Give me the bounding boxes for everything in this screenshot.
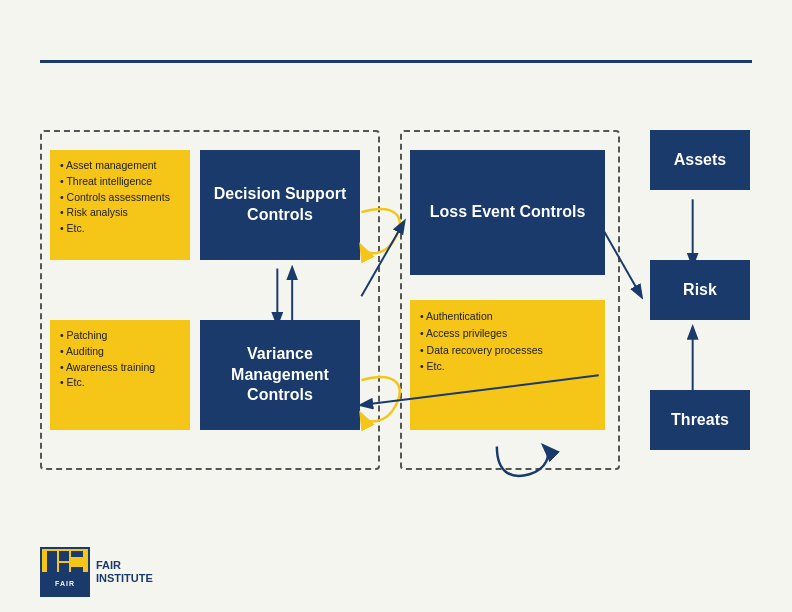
- fair-logo: FAIR FAIR INSTITUTE: [40, 547, 153, 597]
- decision-support-label: Decision Support Controls: [200, 184, 360, 226]
- bullet-top-item-5: • Etc.: [60, 221, 180, 237]
- institute-label: INSTITUTE: [96, 572, 153, 585]
- bullet-top-box: • Asset management • Threat intelligence…: [50, 150, 190, 260]
- bullet-bottom-item-2: • Auditing: [60, 344, 180, 360]
- diagram-area: • Asset management • Threat intelligence…: [40, 100, 752, 532]
- bullet-top-item-2: • Threat intelligence: [60, 174, 180, 190]
- fair-text: FAIR: [55, 580, 75, 587]
- decision-support-box: Decision Support Controls: [200, 150, 360, 260]
- variance-management-label: Variance Management Controls: [200, 344, 360, 406]
- fair-logo-inner: [42, 549, 88, 574]
- svg-rect-9: [59, 551, 69, 561]
- bullet-top-item-1: • Asset management: [60, 158, 180, 174]
- loss-event-blue-box: Loss Event Controls: [410, 150, 605, 275]
- threats-box: Threats: [650, 390, 750, 450]
- loss-bullet-1: • Authentication: [420, 308, 595, 325]
- main-container: • Asset management • Threat intelligence…: [0, 0, 792, 612]
- fair-logo-box: FAIR: [40, 547, 90, 597]
- svg-rect-8: [47, 551, 57, 573]
- risk-label: Risk: [683, 281, 717, 299]
- assets-label: Assets: [674, 151, 726, 169]
- assets-box: Assets: [650, 130, 750, 190]
- loss-bullet-3: • Data recovery processes: [420, 342, 595, 359]
- bullet-bottom-item-1: • Patching: [60, 328, 180, 344]
- bullet-top-item-4: • Risk analysis: [60, 205, 180, 221]
- variance-management-box: Variance Management Controls: [200, 320, 360, 430]
- top-bar: [40, 60, 752, 63]
- fair-label: FAIR: [96, 559, 153, 572]
- bullet-bottom-item-4: • Etc.: [60, 375, 180, 391]
- loss-bullet-2: • Access privileges: [420, 325, 595, 342]
- loss-event-label: Loss Event Controls: [430, 202, 586, 223]
- loss-bullet-4: • Etc.: [420, 358, 595, 375]
- threats-label: Threats: [671, 411, 729, 429]
- svg-rect-11: [71, 551, 83, 557]
- fair-logo-bottom: FAIR: [42, 572, 88, 595]
- bullet-bottom-box: • Patching • Auditing • Awareness traini…: [50, 320, 190, 430]
- bullet-top-item-3: • Controls assessments: [60, 190, 180, 206]
- loss-event-bullet-box: • Authentication • Access privileges • D…: [410, 300, 605, 430]
- bullet-bottom-item-3: • Awareness training: [60, 360, 180, 376]
- risk-box: Risk: [650, 260, 750, 320]
- fair-institute-text: FAIR INSTITUTE: [96, 559, 153, 585]
